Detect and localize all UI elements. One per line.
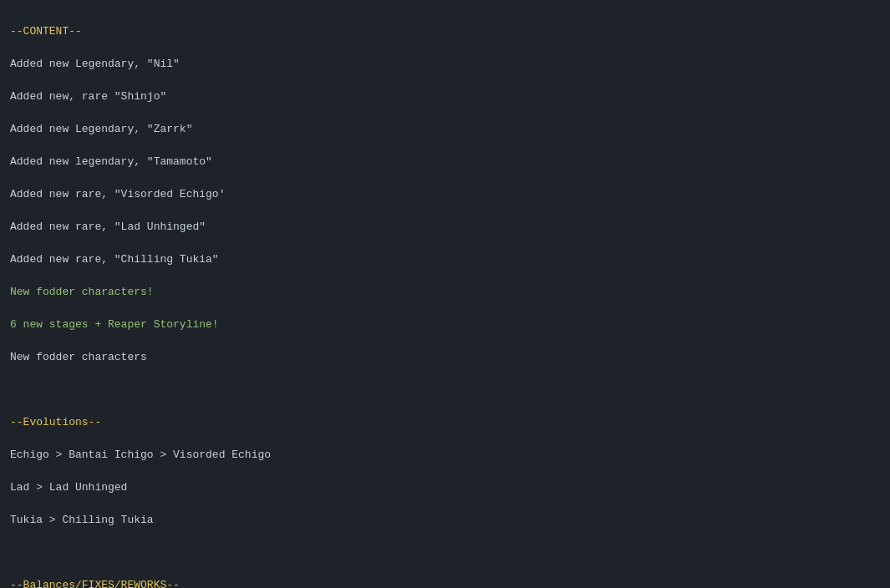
changelog-content: --CONTENT-- Added new Legendary, "Nil" A… [10, 7, 880, 588]
stages-line: 6 new stages + Reaper Storyline! [10, 318, 219, 331]
fodder-characters-line: New fodder characters! [10, 286, 154, 298]
section-content: --CONTENT-- [10, 25, 82, 38]
section-balances: --Balances/FIXES/REWORKS-- [10, 579, 180, 589]
section-evolutions: --Evolutions-- [10, 416, 101, 428]
